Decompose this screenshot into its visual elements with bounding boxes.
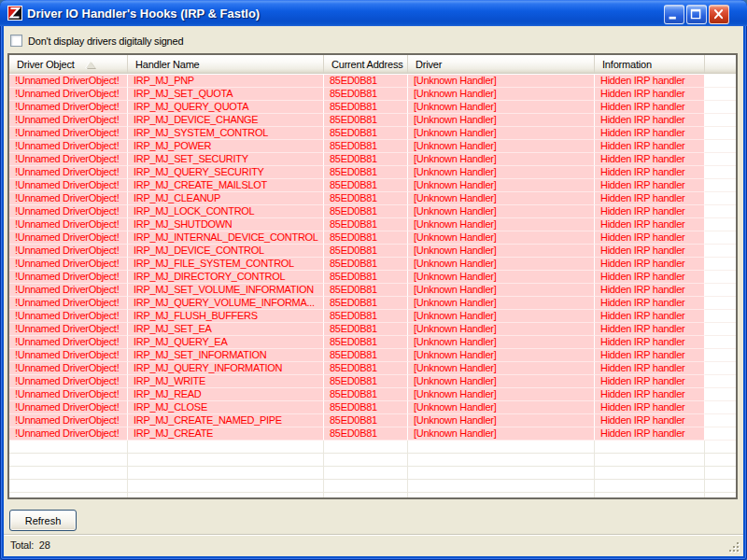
cell-driver-object: !Unnamed DriverObject!: [9, 88, 128, 101]
cell-current-address: 85ED0B81: [324, 205, 408, 218]
table-row[interactable]: !Unnamed DriverObject!IRP_MJ_DEVICE_CHAN…: [9, 114, 736, 127]
table-row[interactable]: !Unnamed DriverObject!IRP_MJ_QUERY_SECUR…: [9, 166, 736, 179]
cell-information: Hidden IRP handler: [595, 401, 705, 414]
table-body: !Unnamed DriverObject!IRP_MJ_PNP85ED0B81…: [9, 75, 736, 497]
cell-filler: [705, 258, 736, 271]
column-header-driver[interactable]: Driver: [408, 55, 595, 73]
cell-driver: [Unknown Handler]: [408, 231, 595, 245]
column-header-information[interactable]: Information: [595, 55, 705, 73]
cell-handler-name: IRP_MJ_QUERY_EA: [128, 336, 324, 349]
cell-driver-object: !Unnamed DriverObject!: [9, 127, 128, 140]
cell-current-address: 85ED0B81: [324, 192, 408, 205]
cell-current-address: 85ED0B81: [324, 284, 408, 297]
cell-handler-name: IRP_MJ_CREATE_MAILSLOT: [128, 179, 324, 192]
cell-filler: [705, 297, 736, 310]
table-row[interactable]: !Unnamed DriverObject!IRP_MJ_FILE_SYSTEM…: [9, 258, 736, 271]
signed-drivers-filter-checkbox[interactable]: [10, 35, 22, 47]
cell-driver-object: !Unnamed DriverObject!: [9, 401, 128, 414]
cell-driver-object: !Unnamed DriverObject!: [9, 427, 128, 441]
table-row[interactable]: !Unnamed DriverObject!IRP_MJ_INTERNAL_DE…: [9, 231, 736, 245]
cell-handler-name: IRP_MJ_SET_QUOTA: [128, 88, 324, 101]
table-row[interactable]: !Unnamed DriverObject!IRP_MJ_QUERY_VOLUM…: [9, 297, 736, 310]
table-row[interactable]: !Unnamed DriverObject!IRP_MJ_CLOSE85ED0B…: [9, 401, 736, 414]
cell-driver-object: !Unnamed DriverObject!: [9, 166, 128, 179]
cell-handler-name: IRP_MJ_INTERNAL_DEVICE_CONTROL: [128, 231, 324, 245]
cell-driver-object: !Unnamed DriverObject!: [9, 310, 128, 323]
column-header-current-address[interactable]: Current Address: [324, 55, 408, 73]
cell-handler-name: IRP_MJ_FLUSH_BUFFERS: [128, 310, 324, 323]
table-row[interactable]: !Unnamed DriverObject!IRP_MJ_READ85ED0B8…: [9, 388, 736, 401]
cell-information: Hidden IRP handler: [595, 153, 705, 166]
table-row[interactable]: !Unnamed DriverObject!IRP_MJ_FLUSH_BUFFE…: [9, 310, 736, 323]
empty-cell: [595, 454, 705, 467]
cell-driver-object: !Unnamed DriverObject!: [9, 284, 128, 297]
cell-filler: [705, 493, 736, 497]
cell-current-address: 85ED0B81: [324, 271, 408, 284]
cell-information: Hidden IRP handler: [595, 271, 705, 284]
table-row[interactable]: !Unnamed DriverObject!IRP_MJ_QUERY_QUOTA…: [9, 101, 736, 114]
cell-driver: [Unknown Handler]: [408, 323, 595, 336]
cell-handler-name: IRP_MJ_CLEANUP: [128, 192, 324, 205]
column-header-driver-object[interactable]: Driver Object: [9, 55, 128, 73]
cell-filler: [705, 218, 736, 231]
table-row[interactable]: !Unnamed DriverObject!IRP_MJ_CLEANUP85ED…: [9, 192, 736, 205]
cell-filler: [705, 375, 736, 388]
cell-filler: [705, 362, 736, 375]
table-row[interactable]: !Unnamed DriverObject!IRP_MJ_PNP85ED0B81…: [9, 75, 736, 88]
cell-current-address: 85ED0B81: [324, 336, 408, 349]
cell-information: Hidden IRP handler: [595, 310, 705, 323]
cell-filler: [705, 245, 736, 258]
cell-handler-name: IRP_MJ_QUERY_VOLUME_INFORMA...: [128, 297, 324, 310]
cell-filler: [705, 75, 736, 88]
empty-row: [9, 441, 736, 454]
table-row[interactable]: !Unnamed DriverObject!IRP_MJ_CREATE_NAME…: [9, 414, 736, 427]
table-row[interactable]: !Unnamed DriverObject!IRP_MJ_POWER85ED0B…: [9, 140, 736, 153]
table-row[interactable]: !Unnamed DriverObject!IRP_MJ_SET_VOLUME_…: [9, 284, 736, 297]
table-row[interactable]: !Unnamed DriverObject!IRP_MJ_LOCK_CONTRO…: [9, 205, 736, 218]
empty-cell: [595, 441, 705, 454]
cell-current-address: 85ED0B81: [324, 218, 408, 231]
cell-current-address: 85ED0B81: [324, 166, 408, 179]
table-row[interactable]: !Unnamed DriverObject!IRP_MJ_WRITE85ED0B…: [9, 375, 736, 388]
empty-cell: [9, 441, 128, 454]
cell-driver: [Unknown Handler]: [408, 427, 595, 441]
titlebar[interactable]: Driver IO Handler's Hooks (IRP & FastIo): [0, 0, 747, 26]
empty-cell: [128, 493, 324, 497]
table-row[interactable]: !Unnamed DriverObject!IRP_MJ_SYSTEM_CONT…: [9, 127, 736, 140]
client-area: Don't display drivers digitally signed D…: [4, 26, 743, 556]
table-row[interactable]: !Unnamed DriverObject!IRP_MJ_CREATE_MAIL…: [9, 179, 736, 192]
table-row[interactable]: !Unnamed DriverObject!IRP_MJ_QUERY_INFOR…: [9, 362, 736, 375]
table-row[interactable]: !Unnamed DriverObject!IRP_MJ_DIRECTORY_C…: [9, 271, 736, 284]
empty-cell: [128, 454, 324, 467]
cell-driver: [Unknown Handler]: [408, 205, 595, 218]
minimize-button[interactable]: [664, 5, 684, 24]
cell-driver: [Unknown Handler]: [408, 310, 595, 323]
cell-handler-name: IRP_MJ_QUERY_QUOTA: [128, 101, 324, 114]
cell-information: Hidden IRP handler: [595, 427, 705, 441]
cell-filler: [705, 127, 736, 140]
cell-driver-object: !Unnamed DriverObject!: [9, 153, 128, 166]
maximize-button[interactable]: [686, 5, 707, 24]
empty-cell: [408, 467, 595, 480]
table-row[interactable]: !Unnamed DriverObject!IRP_MJ_CREATE85ED0…: [9, 427, 736, 441]
close-button[interactable]: [709, 5, 729, 24]
table-row[interactable]: !Unnamed DriverObject!IRP_MJ_DEVICE_CONT…: [9, 245, 736, 258]
cell-driver: [Unknown Handler]: [408, 192, 595, 205]
refresh-button[interactable]: Refresh: [9, 510, 77, 531]
hooks-listview[interactable]: Driver ObjectHandler NameCurrent Address…: [7, 53, 738, 499]
empty-row: [9, 467, 736, 480]
column-header-handler-name[interactable]: Handler Name: [128, 55, 324, 73]
table-row[interactable]: !Unnamed DriverObject!IRP_MJ_SET_SECURIT…: [9, 153, 736, 166]
cell-current-address: 85ED0B81: [324, 153, 408, 166]
table-row[interactable]: !Unnamed DriverObject!IRP_MJ_SHUTDOWN85E…: [9, 218, 736, 231]
table-row[interactable]: !Unnamed DriverObject!IRP_MJ_SET_QUOTA85…: [9, 88, 736, 101]
resize-grip-icon[interactable]: [729, 542, 741, 554]
table-row[interactable]: !Unnamed DriverObject!IRP_MJ_SET_INFORMA…: [9, 349, 736, 362]
cell-filler: [705, 284, 736, 297]
table-row[interactable]: !Unnamed DriverObject!IRP_MJ_SET_EA85ED0…: [9, 323, 736, 336]
table-row[interactable]: !Unnamed DriverObject!IRP_MJ_QUERY_EA85E…: [9, 336, 736, 349]
cell-driver: [Unknown Handler]: [408, 258, 595, 271]
sort-ascending-icon: [86, 62, 95, 68]
cell-information: Hidden IRP handler: [595, 297, 705, 310]
cell-information: Hidden IRP handler: [595, 245, 705, 258]
